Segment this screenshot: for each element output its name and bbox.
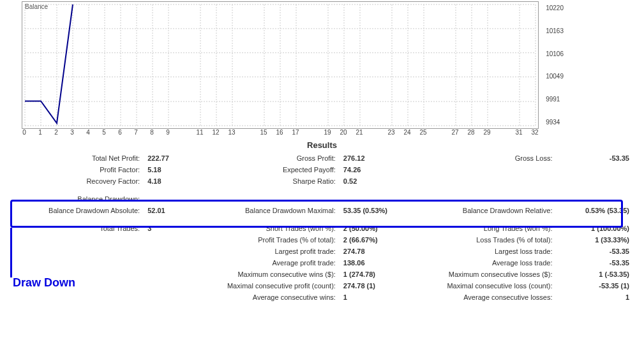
label-balance-drawdown-header: Balance Drawdown: <box>11 193 144 205</box>
row-profit-trades: Profit Trades (% of total): 2 (66.67%) L… <box>11 234 633 246</box>
label-long-trades: Long Trades (won %): <box>416 223 556 234</box>
label-avg-loss: Average loss trade: <box>416 257 556 269</box>
value-expected-payoff: 74.26 <box>340 164 417 175</box>
label-expected-payoff: Expected Payoff: <box>200 164 340 175</box>
row-drawdown: Balance Drawdown Absolute: 52.01 Balance… <box>11 205 633 216</box>
label-profit-trades: Profit Trades (% of total): <box>200 234 340 246</box>
label-largest-loss: Largest loss trade: <box>416 246 556 257</box>
row-avg-consecutive: Average consecutive wins: 1 Average cons… <box>11 292 633 303</box>
label-dd-absolute: Balance Drawdown Absolute: <box>11 205 144 216</box>
value-avg-cons-wins: 1 <box>340 292 417 303</box>
value-maximal-cons-profit: 274.78 (1) <box>340 280 417 292</box>
label-short-trades: Short Trades (won %): <box>200 223 340 234</box>
value-short-trades: 2 (50.00%) <box>340 223 417 234</box>
label-largest-profit: Largest profit trade: <box>200 246 340 257</box>
value-long-trades: 1 (100.00%) <box>556 223 633 234</box>
value-max-cons-wins: 1 (274.78) <box>340 269 417 280</box>
value-gross-loss: -53.35 <box>556 152 633 164</box>
label-dd-maximal: Balance Drawdown Maximal: <box>200 205 340 216</box>
value-largest-loss: -53.35 <box>556 246 633 257</box>
y-axis-labels: 1022010163101061004999919934 <box>546 2 564 128</box>
value-avg-loss: -53.35 <box>556 257 633 269</box>
value-dd-maximal: 53.35 (0.53%) <box>340 205 417 216</box>
value-dd-absolute: 52.01 <box>144 205 200 216</box>
label-recovery-factor: Recovery Factor: <box>11 175 144 187</box>
chart-title: Balance <box>25 3 48 10</box>
value-total-net-profit: 222.77 <box>144 152 200 164</box>
value-loss-trades: 1 (33.33%) <box>556 234 633 246</box>
value-profit-factor: 5.18 <box>144 164 200 175</box>
balance-chart: Balance 1022010163101061004999919934 <box>22 1 539 129</box>
label-dd-relative: Balance Drawdown Relative: <box>416 205 556 216</box>
value-gross-profit: 276.12 <box>340 152 417 164</box>
label-sharpe-ratio: Sharpe Ratio: <box>200 175 340 187</box>
chart-svg <box>22 2 538 128</box>
drawdown-annotation: Draw Down <box>13 276 75 290</box>
label-max-cons-wins: Maximum consecutive wins ($): <box>200 269 340 280</box>
value-profit-trades: 2 (66.67%) <box>340 234 417 246</box>
label-max-cons-losses: Maximum consecutive losses ($): <box>416 269 556 280</box>
value-largest-profit: 274.78 <box>340 246 417 257</box>
value-maximal-cons-loss: -53.35 (1) <box>556 280 633 292</box>
row-maximal-consecutive: Maximal consecutive profit (count): 274.… <box>11 280 633 292</box>
label-total-trades: Total Trades: <box>11 223 144 234</box>
value-sharpe-ratio: 0.52 <box>340 175 417 187</box>
row-drawdown-header: Balance Drawdown: <box>11 193 633 205</box>
label-gross-profit: Gross Profit: <box>200 152 340 164</box>
label-avg-cons-wins: Average consecutive wins: <box>200 292 340 303</box>
label-total-net-profit: Total Net Profit: <box>11 152 144 164</box>
label-maximal-cons-loss: Maximal consecutive loss (count): <box>416 280 556 292</box>
value-max-cons-losses: 1 (-53.35) <box>556 269 633 280</box>
label-avg-cons-losses: Average consecutive losses: <box>416 292 556 303</box>
row-trades: Total Trades: 3 Short Trades (won %): 2 … <box>11 223 633 234</box>
label-gross-loss: Gross Loss: <box>416 152 556 164</box>
label-maximal-cons-profit: Maximal consecutive profit (count): <box>200 280 340 292</box>
value-avg-cons-losses: 1 <box>556 292 633 303</box>
value-recovery-factor: 4.18 <box>144 175 200 187</box>
label-loss-trades: Loss Trades (% of total): <box>416 234 556 246</box>
label-avg-profit: Average profit trade: <box>200 257 340 269</box>
row-largest-trade: Largest profit trade: 274.78 Largest los… <box>11 246 633 257</box>
row-average-trade: Average profit trade: 138.06 Average los… <box>11 257 633 269</box>
label-profit-factor: Profit Factor: <box>11 164 144 175</box>
row-profit-factor: Profit Factor: 5.18 Expected Payoff: 74.… <box>11 164 633 175</box>
value-dd-relative: 0.53% (53.35) <box>556 205 633 216</box>
results-table: Total Net Profit: 222.77 Gross Profit: 2… <box>11 152 633 303</box>
row-net-profit: Total Net Profit: 222.77 Gross Profit: 2… <box>11 152 633 164</box>
value-avg-profit: 138.06 <box>340 257 417 269</box>
value-total-trades: 3 <box>144 223 200 234</box>
row-recovery-factor: Recovery Factor: 4.18 Sharpe Ratio: 0.52 <box>11 175 633 187</box>
row-max-consecutive: Maximum consecutive wins ($): 1 (274.78)… <box>11 269 633 280</box>
results-heading: Results <box>0 140 644 150</box>
